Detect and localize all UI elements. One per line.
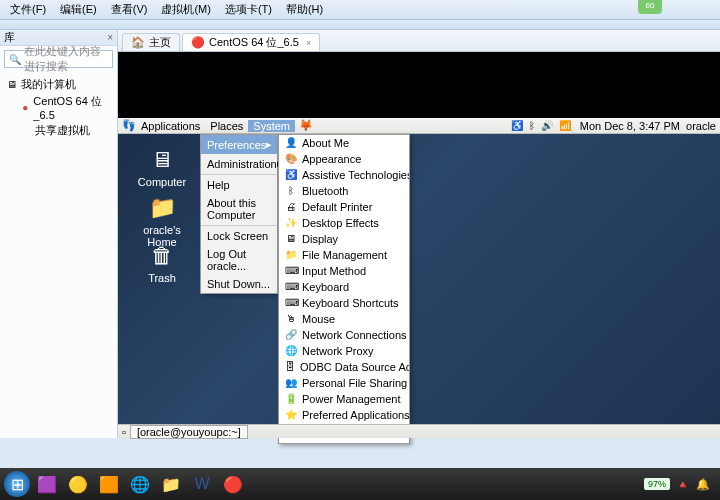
separator bbox=[201, 225, 277, 226]
sys-logout[interactable]: Log Out oracle... bbox=[201, 245, 277, 275]
pref-item-icon: 🖥 bbox=[285, 441, 297, 444]
tree-shared[interactable]: 共享虚拟机 bbox=[6, 122, 111, 139]
network-icon[interactable]: 📶 bbox=[559, 120, 571, 131]
system-tray: 97% 🔺 🔔 bbox=[644, 478, 716, 491]
pref-keyboard[interactable]: ⌨Keyboard bbox=[279, 279, 409, 295]
menu-vm[interactable]: 虚拟机(M) bbox=[155, 0, 217, 19]
desktop-trash[interactable]: 🗑Trash bbox=[132, 242, 192, 284]
tab-home[interactable]: 🏠主页 bbox=[122, 33, 180, 51]
pref-item-icon: ✨ bbox=[285, 217, 297, 229]
pref-item-icon: ⌨ bbox=[285, 281, 297, 293]
firefox-icon[interactable]: 🦊 bbox=[299, 119, 313, 132]
desktop-home[interactable]: 📁oracle's Home bbox=[132, 194, 192, 248]
show-desktop-icon[interactable]: ▫ bbox=[122, 426, 126, 438]
pref-odbc-data-source-administrator[interactable]: 🗄ODBC Data Source Administrator bbox=[279, 359, 409, 375]
pref-mouse[interactable]: 🖱Mouse bbox=[279, 311, 409, 327]
host-menubar: 文件(F) 编辑(E) 查看(V) 虚拟机(M) 选项卡(T) 帮助(H) bbox=[0, 0, 720, 20]
tray-icon[interactable]: 🔔 bbox=[696, 478, 710, 491]
app-icon[interactable]: 🟪 bbox=[33, 471, 61, 497]
app-icon[interactable]: 🟡 bbox=[64, 471, 92, 497]
menu-view[interactable]: 查看(V) bbox=[105, 0, 154, 19]
user-menu[interactable]: oracle bbox=[686, 120, 716, 132]
pref-item-icon: 🔋 bbox=[285, 393, 297, 405]
sys-help[interactable]: Help bbox=[201, 176, 277, 194]
tray-icon[interactable]: 🔺 bbox=[676, 478, 690, 491]
vm-tree: 🖥我的计算机 ●CentOS 64 位_6.5 共享虚拟机 bbox=[0, 72, 117, 143]
pref-item-icon: 🔗 bbox=[285, 329, 297, 341]
close-icon[interactable]: × bbox=[306, 38, 311, 48]
explorer-icon[interactable]: 📁 bbox=[157, 471, 185, 497]
folder-icon: 📁 bbox=[146, 194, 178, 222]
menu-tabs[interactable]: 选项卡(T) bbox=[219, 0, 278, 19]
menu-edit[interactable]: 编辑(E) bbox=[54, 0, 103, 19]
sidebar: 库 × 🔍 在此处键入内容进行搜索 🖥我的计算机 ●CentOS 64 位_6.… bbox=[0, 30, 118, 438]
pref-keyboard-shortcuts[interactable]: ⌨Keyboard Shortcuts bbox=[279, 295, 409, 311]
pref-item-icon: ᛒ bbox=[285, 185, 297, 197]
pref-assistive-technologies[interactable]: ♿Assistive Technologies bbox=[279, 167, 409, 183]
menu-file[interactable]: 文件(F) bbox=[4, 0, 52, 19]
search-input[interactable]: 🔍 在此处键入内容进行搜索 bbox=[4, 50, 113, 68]
pref-item-icon: 🖱 bbox=[285, 313, 297, 325]
app-icon[interactable]: 🔴 bbox=[219, 471, 247, 497]
search-placeholder: 在此处键入内容进行搜索 bbox=[24, 44, 108, 74]
accessibility-icon[interactable]: ♿ bbox=[511, 120, 523, 131]
pref-appearance[interactable]: 🎨Appearance bbox=[279, 151, 409, 167]
tree-root[interactable]: 🖥我的计算机 bbox=[6, 76, 111, 93]
computer-icon: 🖥 bbox=[6, 79, 18, 91]
bluetooth-icon[interactable]: ᛒ bbox=[529, 120, 535, 131]
volume-icon[interactable]: 🔊 bbox=[541, 120, 553, 131]
pref-network-connections[interactable]: 🔗Network Connections bbox=[279, 327, 409, 343]
start-button[interactable]: ⊞ bbox=[4, 471, 30, 497]
guest-screen: 👣 Applications Places System 🦊 ♿ ᛒ 🔊 📶 M… bbox=[118, 52, 720, 438]
pref-item-icon: 👥 bbox=[285, 377, 297, 389]
pref-bluetooth[interactable]: ᛒBluetooth bbox=[279, 183, 409, 199]
pref-item-icon: ⌨ bbox=[285, 265, 297, 277]
menu-system[interactable]: System bbox=[248, 120, 295, 132]
sys-administration[interactable]: Administration▸ bbox=[201, 154, 277, 173]
ie-icon[interactable]: 🌐 bbox=[126, 471, 154, 497]
tab-centos[interactable]: 🔴CentOS 64 位_6.5× bbox=[182, 33, 320, 51]
pref-item-icon: 🖥 bbox=[285, 233, 297, 245]
pref-screensaver[interactable]: 🖥Screensaver bbox=[279, 439, 409, 444]
battery-indicator[interactable]: 97% bbox=[644, 478, 670, 490]
pref-item-icon: 🎨 bbox=[285, 153, 297, 165]
pref-item-icon: ♿ bbox=[285, 169, 297, 181]
pref-item-icon: 🗄 bbox=[285, 361, 295, 373]
sidebar-title: 库 bbox=[4, 30, 15, 45]
pref-item-icon: 🖨 bbox=[285, 201, 297, 213]
shared-icon bbox=[20, 125, 32, 137]
guest-black-margin bbox=[118, 52, 720, 118]
menu-help[interactable]: 帮助(H) bbox=[280, 0, 329, 19]
pref-file-management[interactable]: 📁File Management bbox=[279, 247, 409, 263]
pref-display[interactable]: 🖥Display bbox=[279, 231, 409, 247]
content-area: 🏠主页 🔴CentOS 64 位_6.5× 👣 Applications Pla… bbox=[118, 30, 720, 438]
sys-lock[interactable]: Lock Screen bbox=[201, 227, 277, 245]
word-icon[interactable]: W bbox=[188, 471, 216, 497]
clock[interactable]: Mon Dec 8, 3:47 PM bbox=[580, 120, 680, 132]
pref-item-icon: ⌨ bbox=[285, 297, 297, 309]
pref-input-method[interactable]: ⌨Input Method bbox=[279, 263, 409, 279]
tab-bar: 🏠主页 🔴CentOS 64 位_6.5× bbox=[118, 30, 720, 52]
pref-default-printer[interactable]: 🖨Default Printer bbox=[279, 199, 409, 215]
app-icon[interactable]: 🟧 bbox=[95, 471, 123, 497]
vm-icon: ● bbox=[20, 102, 30, 114]
desktop-computer[interactable]: 🖥Computer bbox=[132, 146, 192, 188]
menu-applications[interactable]: Applications bbox=[136, 120, 205, 132]
pref-network-proxy[interactable]: 🌐Network Proxy bbox=[279, 343, 409, 359]
menu-places[interactable]: Places bbox=[205, 120, 248, 132]
pref-item-icon: 🌐 bbox=[285, 345, 297, 357]
pref-desktop-effects[interactable]: ✨Desktop Effects bbox=[279, 215, 409, 231]
close-icon[interactable]: × bbox=[107, 32, 113, 43]
vm-badge: 60 bbox=[638, 0, 662, 14]
taskbar-terminal[interactable]: [oracle@youyoupc:~] bbox=[130, 425, 248, 439]
pref-personal-file-sharing[interactable]: 👥Personal File Sharing bbox=[279, 375, 409, 391]
pref-about-me[interactable]: 👤About Me bbox=[279, 135, 409, 151]
sys-about[interactable]: About this Computer bbox=[201, 194, 277, 224]
pref-power-management[interactable]: 🔋Power Management bbox=[279, 391, 409, 407]
pref-preferred-applications[interactable]: ⭐Preferred Applications bbox=[279, 407, 409, 423]
tree-vm-centos[interactable]: ●CentOS 64 位_6.5 bbox=[6, 93, 111, 122]
windows-taskbar: ⊞ 🟪 🟡 🟧 🌐 📁 W 🔴 97% 🔺 🔔 bbox=[0, 468, 720, 500]
host-toolbar bbox=[0, 20, 720, 30]
sys-preferences[interactable]: Preferences▸ bbox=[201, 135, 277, 154]
sys-shutdown[interactable]: Shut Down... bbox=[201, 275, 277, 293]
